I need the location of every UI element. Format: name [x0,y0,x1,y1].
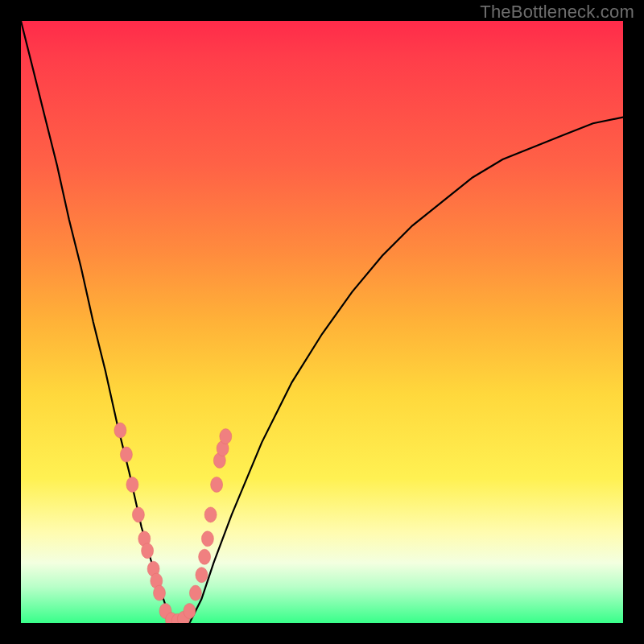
plot-area [21,21,623,623]
marker-group [114,423,232,623]
curve-marker [189,585,201,601]
curve-marker [220,429,232,444]
curve-marker [154,585,166,601]
curve-marker [199,549,211,564]
curve-marker [196,568,208,583]
bottleneck-curve-svg [21,21,623,623]
curve-marker [126,477,138,493]
watermark-text: TheBottleneck.com [480,2,634,23]
curve-marker [184,604,196,619]
curve-marker [120,447,132,462]
bottleneck-curve [21,21,623,623]
curve-marker [142,543,154,559]
curve-marker [132,507,144,522]
curve-marker [204,507,217,522]
chart-frame: TheBottleneck.com [0,0,644,644]
curve-marker [114,423,126,438]
curve-marker [211,477,223,493]
curve-marker [201,531,213,547]
